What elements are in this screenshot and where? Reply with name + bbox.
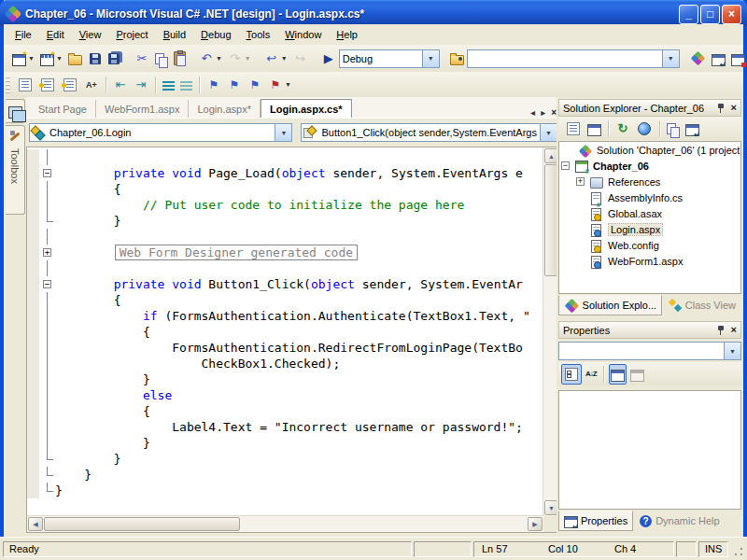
menu-debug[interactable]: Debug — [193, 26, 238, 43]
tree-item-references[interactable]: +References — [559, 174, 740, 189]
dock-tab-class-view[interactable]: Class View — [662, 295, 741, 315]
menu-window[interactable]: Window — [277, 26, 329, 43]
indicator-margin[interactable] — [27, 181, 39, 197]
dropdown-arrow-icon[interactable]: ▼ — [28, 55, 35, 62]
outlining-margin[interactable] — [39, 308, 55, 324]
toolbar-grip[interactable] — [6, 77, 10, 93]
other-windows-button[interactable] — [729, 49, 747, 69]
indicator-margin[interactable] — [27, 371, 39, 387]
scroll-right-icon[interactable]: ▶ — [528, 517, 543, 531]
outlining-margin[interactable] — [39, 197, 55, 213]
clear-bookmarks-button[interactable]: ⚑▼ — [266, 75, 293, 95]
indicator-margin[interactable] — [27, 213, 39, 229]
properties-grid[interactable] — [558, 390, 741, 510]
tree-item-solution-chapter-06-1-project-[interactable]: Solution 'Chapter_06' (1 project) — [559, 142, 740, 158]
undo-button[interactable]: ↶▼ — [197, 49, 224, 69]
open-file-button[interactable] — [66, 49, 84, 69]
properties-pin-icon[interactable] — [717, 325, 726, 335]
decrease-indent-button[interactable]: ⇤ — [111, 75, 130, 95]
types-combo[interactable]: Chapter_06.Login ▼ — [29, 123, 292, 142]
properties-window-button[interactable] — [710, 49, 727, 69]
outlining-margin[interactable]: − — [39, 165, 55, 181]
collapse-icon[interactable]: − — [43, 280, 51, 288]
menu-build[interactable]: Build — [156, 26, 193, 43]
outlining-margin[interactable] — [39, 260, 55, 276]
uncomment-selection-button[interactable] — [178, 75, 194, 95]
outlining-margin[interactable] — [39, 435, 55, 451]
refresh-button[interactable]: ↻ — [613, 119, 632, 139]
outlining-margin[interactable] — [39, 213, 55, 229]
pin-icon[interactable] — [717, 103, 726, 113]
server-explorer-tab[interactable] — [6, 99, 25, 123]
scroll-tabs-left-icon[interactable]: ◂ — [530, 107, 535, 118]
menu-view[interactable]: View — [72, 26, 109, 43]
indicator-margin[interactable] — [27, 403, 39, 419]
word-completion-button[interactable] — [37, 75, 58, 95]
indicator-margin[interactable] — [27, 149, 39, 165]
paste-button[interactable] — [172, 49, 188, 69]
navigate-back-button[interactable]: ↩▼ — [262, 49, 289, 69]
quick-info-button[interactable]: A+ — [82, 75, 101, 95]
tree-item-web-config[interactable]: Web.config — [559, 237, 740, 253]
indicator-margin[interactable] — [27, 387, 39, 403]
indicator-margin[interactable] — [27, 308, 39, 324]
outlining-margin[interactable] — [39, 292, 55, 308]
new-project-button[interactable]: ▼ — [10, 49, 36, 69]
outlining-margin[interactable] — [39, 181, 55, 197]
solution-configurations-combo-dropdown-icon[interactable]: ▼ — [422, 50, 439, 67]
tree-item-webform1-aspx[interactable]: WebForm1.aspx — [559, 253, 740, 269]
menu-file[interactable]: File — [7, 26, 39, 43]
find-combo-dropdown-icon[interactable]: ▼ — [662, 50, 679, 67]
dropdown-arrow-icon[interactable]: ▼ — [245, 55, 251, 62]
previous-bookmark-button[interactable]: ⚑ — [246, 75, 264, 95]
show-all-files-button[interactable] — [665, 119, 682, 139]
categorized-button[interactable] — [561, 364, 582, 385]
outlining-margin[interactable] — [39, 483, 55, 498]
outlining-margin[interactable] — [39, 467, 55, 483]
save-button[interactable] — [86, 49, 105, 69]
view-designer-button[interactable] — [585, 119, 603, 139]
document-tab-start-page[interactable]: Start Page — [30, 100, 96, 118]
outlining-margin[interactable] — [39, 387, 55, 403]
properties-close-icon[interactable]: × — [731, 325, 737, 335]
solution-explorer-title-bar[interactable]: Solution Explorer - Chapter_06 × — [558, 99, 741, 117]
alphabetical-button[interactable]: A↓Z — [584, 364, 599, 385]
expand-icon[interactable]: + — [43, 248, 51, 257]
document-tab-webform1-aspx[interactable]: WebForm1.aspx — [96, 100, 190, 118]
solution-explorer-close-icon[interactable]: × — [731, 103, 737, 113]
increase-indent-button[interactable]: ⇥ — [132, 75, 150, 95]
outlining-margin[interactable]: − — [39, 276, 55, 292]
indicator-margin[interactable] — [27, 260, 39, 276]
indicator-margin[interactable] — [27, 451, 39, 467]
expand-icon[interactable]: + — [576, 177, 585, 186]
tree-item-login-aspx[interactable]: Login.aspx — [559, 221, 740, 237]
scroll-tabs-right-icon[interactable]: ▸ — [541, 107, 545, 118]
properties-button[interactable] — [684, 119, 701, 139]
toolbox-tab[interactable]: Toolbox — [6, 125, 25, 215]
indicator-margin[interactable] — [27, 324, 39, 340]
horizontal-scroll-thumb[interactable] — [44, 517, 240, 531]
outlining-margin[interactable] — [39, 419, 55, 435]
comment-selection-button[interactable] — [161, 75, 176, 95]
menu-tools[interactable]: Tools — [239, 26, 278, 43]
code-area[interactable]: − private void Page_Load(object sender, … — [27, 149, 543, 516]
collapse-icon[interactable]: − — [561, 161, 570, 170]
outlining-margin[interactable] — [39, 324, 55, 340]
members-combo[interactable]: Button1_Click(object sender,System.Event… — [301, 123, 557, 142]
properties-object-combo[interactable]: ▼ — [558, 342, 741, 360]
solution-configurations-combo[interactable]: Debug▼ — [339, 49, 440, 68]
find-in-files-button[interactable] — [448, 49, 466, 69]
next-bookmark-button[interactable]: ⚑ — [225, 75, 244, 95]
menu-project[interactable]: Project — [108, 26, 155, 43]
copy-project-button[interactable] — [634, 119, 655, 139]
outlining-margin[interactable] — [39, 371, 55, 387]
indicator-margin[interactable] — [27, 276, 39, 292]
indicator-margin[interactable] — [27, 292, 39, 308]
tree-item-assemblyinfo-cs[interactable]: AssemblyInfo.cs — [559, 189, 740, 205]
save-all-button[interactable] — [106, 49, 123, 69]
properties-view-button[interactable] — [609, 364, 627, 385]
outlining-margin[interactable] — [39, 356, 55, 371]
document-tab-login-aspx-[interactable]: Login.aspx* — [189, 100, 261, 118]
properties-combo-dropdown-icon[interactable]: ▼ — [724, 343, 740, 359]
solution-tree[interactable]: Solution 'Chapter_06' (1 project)−Chapte… — [558, 141, 741, 294]
